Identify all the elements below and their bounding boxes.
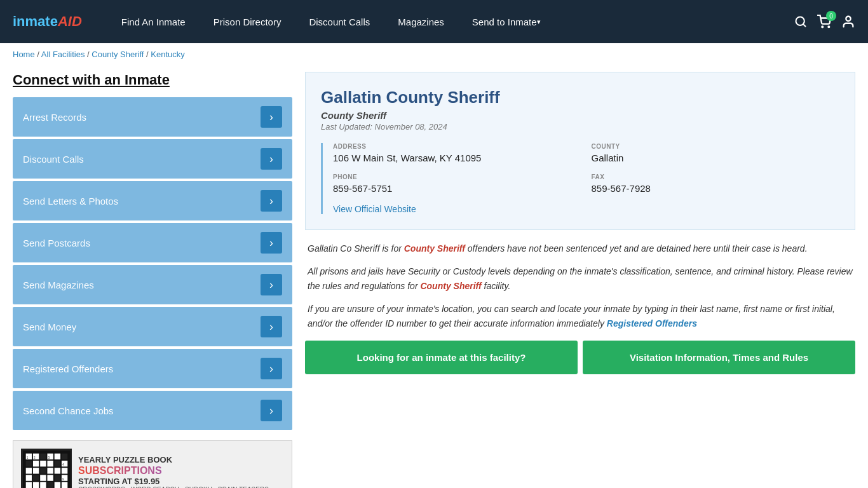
fax-block: FAX 859-567-7928 <box>592 173 840 194</box>
search-icon <box>794 15 807 28</box>
arrow-icon: › <box>261 148 282 170</box>
arrow-icon: › <box>261 400 282 421</box>
svg-point-3 <box>828 26 829 27</box>
ad-subtitle: SUBSCRIPTIONS <box>78 465 284 477</box>
svg-text:2: 2 <box>33 456 35 459</box>
nav-prison-directory[interactable]: Prison Directory <box>200 0 295 43</box>
arrow-icon: › <box>261 232 282 254</box>
svg-text:1: 1 <box>26 456 28 459</box>
desc-para2: All prisons and jails have Security or C… <box>308 264 853 293</box>
nav-send-to-inmate[interactable]: Send to Inmate <box>458 0 555 43</box>
svg-rect-34 <box>54 482 60 487</box>
svg-rect-20 <box>40 468 46 473</box>
svg-rect-30 <box>25 482 31 487</box>
svg-text:4: 4 <box>62 463 64 466</box>
svg-rect-16 <box>54 460 60 466</box>
facility-card: Gallatin County Sheriff County Sheriff L… <box>305 72 855 230</box>
nav-icons: 0 <box>794 15 855 29</box>
breadcrumb: Home / All Facilities / County Sheriff /… <box>0 43 868 65</box>
svg-point-4 <box>846 17 850 21</box>
description: Gallatin Co Sheriff is for County Sherif… <box>305 241 855 330</box>
address-label: ADDRESS <box>333 143 581 150</box>
breadcrumb-county-sheriff[interactable]: County Sheriff <box>92 50 144 59</box>
sidebar-item-send-letters-photos[interactable]: Send Letters & Photos › <box>13 181 292 220</box>
svg-rect-8 <box>40 453 46 459</box>
svg-rect-35 <box>61 482 67 487</box>
sidebar-item-second-chance-jobs[interactable]: Second Chance Jobs › <box>13 391 292 430</box>
facility-details: ADDRESS 106 W Main St, Warsaw, KY 41095 … <box>321 143 839 214</box>
sidebar: Connect with an Inmate Arrest Records › … <box>13 72 292 488</box>
svg-line-1 <box>803 24 806 27</box>
arrow-icon: › <box>261 274 282 295</box>
phone-label: PHONE <box>333 173 581 180</box>
sidebar-item-send-money[interactable]: Send Money › <box>13 307 292 346</box>
svg-rect-25 <box>32 475 38 480</box>
svg-rect-13 <box>32 460 38 466</box>
ad-puzzle-image: 1 2 3 4 9 <box>21 449 72 488</box>
breadcrumb-home[interactable]: Home <box>13 50 35 59</box>
county-sheriff-link-2[interactable]: County Sheriff <box>420 281 481 291</box>
facility-updated: Last Updated: November 08, 2024 <box>321 122 839 132</box>
svg-rect-31 <box>32 482 38 487</box>
svg-rect-12 <box>25 460 31 466</box>
svg-point-2 <box>822 26 823 27</box>
sidebar-item-send-postcards[interactable]: Send Postcards › <box>13 223 292 262</box>
find-inmate-btn[interactable]: Looking for an inmate at this facility? <box>305 341 578 374</box>
svg-rect-28 <box>54 475 60 480</box>
svg-rect-32 <box>40 482 46 487</box>
svg-text:3: 3 <box>48 456 50 459</box>
svg-rect-21 <box>47 468 53 473</box>
user-icon <box>841 15 855 29</box>
search-button[interactable] <box>794 15 807 28</box>
ad-title: YEARLY PUZZLE BOOK <box>78 455 284 466</box>
sidebar-ad: 1 2 3 4 9 YEARLY PUZZLE BOOK SUBSCRIPTIO… <box>13 440 292 488</box>
nav-magazines[interactable]: Magazines <box>384 0 458 43</box>
svg-rect-27 <box>47 475 53 480</box>
sidebar-item-arrest-records[interactable]: Arrest Records › <box>13 97 292 137</box>
desc-para3: If you are unsure of your inmate's locat… <box>308 302 853 330</box>
cart-badge: 0 <box>826 11 836 21</box>
breadcrumb-state[interactable]: Kentucky <box>151 50 184 59</box>
cart-button[interactable]: 0 <box>817 15 831 29</box>
visitation-btn[interactable]: Visitation Information, Times and Rules <box>583 341 855 374</box>
registered-offenders-link[interactable]: Registered Offenders <box>607 318 697 329</box>
sidebar-item-send-magazines[interactable]: Send Magazines › <box>13 265 292 304</box>
ad-box[interactable]: 1 2 3 4 9 YEARLY PUZZLE BOOK SUBSCRIPTIO… <box>13 440 292 488</box>
svg-text:9: 9 <box>62 477 64 480</box>
svg-rect-18 <box>25 468 31 473</box>
fax-label: FAX <box>592 173 840 180</box>
fax-value: 859-567-7928 <box>592 183 840 194</box>
sidebar-menu: Arrest Records › Discount Calls › Send L… <box>13 97 292 430</box>
county-value: Gallatin <box>592 152 840 163</box>
facility-type: County Sheriff <box>321 110 839 121</box>
ad-price: STARTING AT $19.95 <box>78 477 284 486</box>
svg-rect-14 <box>40 460 46 466</box>
nav-discount-calls[interactable]: Discount Calls <box>295 0 384 43</box>
sidebar-item-registered-offenders[interactable]: Registered Offenders › <box>13 349 292 388</box>
user-button[interactable] <box>841 15 855 29</box>
nav-links: Find An Inmate Prison Directory Discount… <box>107 0 794 43</box>
cta-buttons: Looking for an inmate at this facility? … <box>305 341 855 374</box>
arrow-icon: › <box>261 316 282 337</box>
facility-name: Gallatin County Sheriff <box>321 88 839 107</box>
sidebar-item-discount-calls[interactable]: Discount Calls › <box>13 139 292 179</box>
breadcrumb-all-facilities[interactable]: All Facilities <box>41 50 85 59</box>
county-label: COUNTY <box>592 143 840 150</box>
address-block: ADDRESS 106 W Main St, Warsaw, KY 41095 <box>333 143 581 163</box>
navbar: inmateAID Find An Inmate Prison Director… <box>0 0 868 43</box>
website-block: View Official Website <box>333 204 839 214</box>
phone-block: PHONE 859-567-5751 <box>333 173 581 194</box>
county-sheriff-link-1[interactable]: County Sheriff <box>404 243 465 254</box>
nav-find-inmate[interactable]: Find An Inmate <box>107 0 200 43</box>
arrow-icon: › <box>261 358 282 379</box>
svg-rect-33 <box>47 482 53 487</box>
svg-rect-15 <box>47 460 53 466</box>
arrow-icon: › <box>261 190 282 212</box>
svg-rect-11 <box>61 453 67 459</box>
main-container: Connect with an Inmate Arrest Records › … <box>0 65 868 488</box>
svg-rect-19 <box>32 468 38 473</box>
logo[interactable]: inmateAID <box>13 13 82 30</box>
website-link[interactable]: View Official Website <box>333 204 416 214</box>
svg-rect-23 <box>61 468 67 473</box>
ad-text: YEARLY PUZZLE BOOK SUBSCRIPTIONS STARTIN… <box>78 455 284 488</box>
